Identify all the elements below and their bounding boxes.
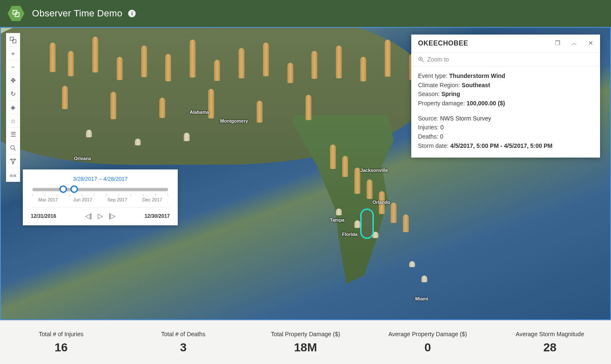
time-previous-button[interactable]: ◁| [85, 212, 92, 220]
zoom-in-button[interactable]: + [6, 47, 20, 60]
time-slider-track[interactable] [32, 188, 168, 191]
filter-button[interactable] [6, 155, 20, 168]
popup-body: Event type:Thunderstorm Wind Climate Reg… [411, 67, 600, 158]
time-play-button[interactable]: ▷ [98, 212, 103, 220]
popup-title: OKEECHOBEE [418, 40, 555, 47]
time-slider-thumb-end[interactable] [70, 185, 78, 193]
svg-line-7 [422, 60, 423, 62]
basemap-gallery-button[interactable] [6, 33, 20, 47]
stat-card: Total Property Damage ($)18M [244, 321, 367, 364]
svg-rect-3 [13, 40, 16, 43]
home-button[interactable]: ⌂ [6, 114, 20, 128]
time-extent-start: 12/31/2016 [31, 213, 56, 219]
stat-card: Total # of Deaths3 [122, 321, 244, 364]
app-logo [8, 5, 24, 22]
time-extent-end: 12/30/2017 [145, 213, 170, 219]
svg-line-5 [14, 149, 16, 150]
info-icon[interactable]: i [128, 10, 136, 17]
search-button[interactable] [6, 141, 20, 155]
time-next-button[interactable]: |▷ [109, 212, 115, 220]
map-label: Montgomery [220, 118, 248, 123]
map-label: Orleans [74, 156, 91, 161]
time-slider-thumb-start[interactable] [59, 185, 67, 193]
pan-button[interactable]: ✥ [6, 74, 20, 87]
time-range-label: 3/28/2017 – 4/28/2017 [31, 176, 170, 182]
map-label: Orlando [372, 200, 390, 205]
map-3d-scene[interactable]: Alabama Montgomery Jacksonville Orlando … [0, 27, 611, 320]
time-slider-widget: 3/28/2017 – 4/28/2017 Mar 2017 Jun 2017 … [23, 169, 178, 225]
popup-zoom-to[interactable]: Zoom to [411, 52, 600, 67]
compass-button[interactable]: ◈ [6, 101, 20, 114]
app-title: Observer Time Demo [32, 8, 122, 19]
selected-feature-highlight [360, 209, 374, 239]
stats-bar: Total # of Injuries16 Total # of Deaths3… [0, 320, 611, 364]
map-label: Tampa [330, 217, 345, 222]
zoom-out-button[interactable]: − [6, 60, 20, 74]
map-label: Miami [415, 296, 428, 301]
map-label: Florida [342, 232, 358, 237]
feature-popup: OKEECHOBEE ❐ ︿ ✕ Zoom to Event type:Thun… [411, 35, 600, 158]
map-label: Alabama [190, 110, 209, 115]
stat-card: Average Property Damage ($)0 [367, 321, 489, 364]
close-icon[interactable]: ✕ [588, 40, 593, 47]
stat-card: Total # of Injuries16 [0, 321, 122, 364]
collapse-icon[interactable]: ︿ [571, 40, 577, 47]
map-label: Jacksonville [360, 168, 388, 173]
dock-icon[interactable]: ❐ [555, 40, 560, 47]
collapse-toolbar-button[interactable]: «« [6, 168, 20, 182]
app-header: Observer Time Demo i [0, 0, 611, 27]
map-toolbar: + − ✥ ↻ ◈ ⌂ ☰ «« [6, 33, 20, 182]
rotate-button[interactable]: ↻ [6, 87, 20, 101]
stat-card: Average Storm Magnitude28 [489, 321, 611, 364]
svg-point-4 [11, 145, 14, 149]
layer-list-button[interactable]: ☰ [6, 128, 20, 141]
svg-rect-2 [10, 37, 13, 40]
time-slider-ticks: Mar 2017 Jun 2017 Sep 2017 Dec 2017 [31, 197, 170, 202]
